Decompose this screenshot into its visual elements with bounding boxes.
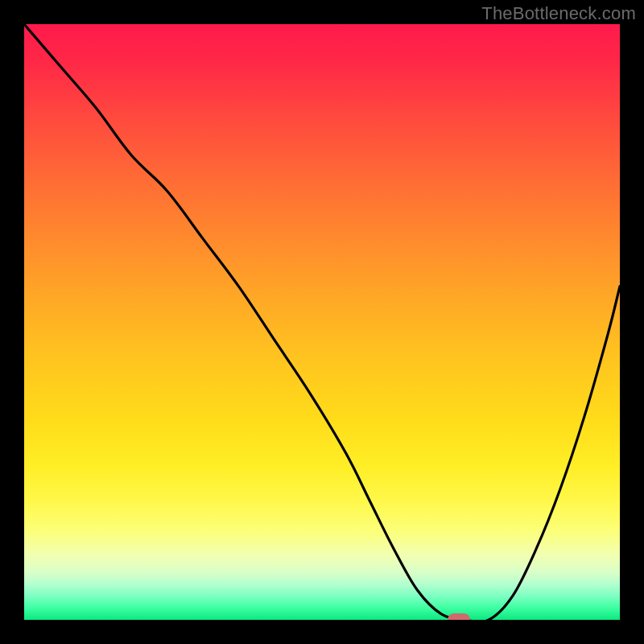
optimal-marker — [448, 613, 470, 620]
chart-frame: TheBottleneck.com — [0, 0, 644, 644]
plot-area — [24, 24, 620, 620]
watermark-text: TheBottleneck.com — [481, 3, 636, 24]
bottleneck-curve — [24, 24, 620, 620]
